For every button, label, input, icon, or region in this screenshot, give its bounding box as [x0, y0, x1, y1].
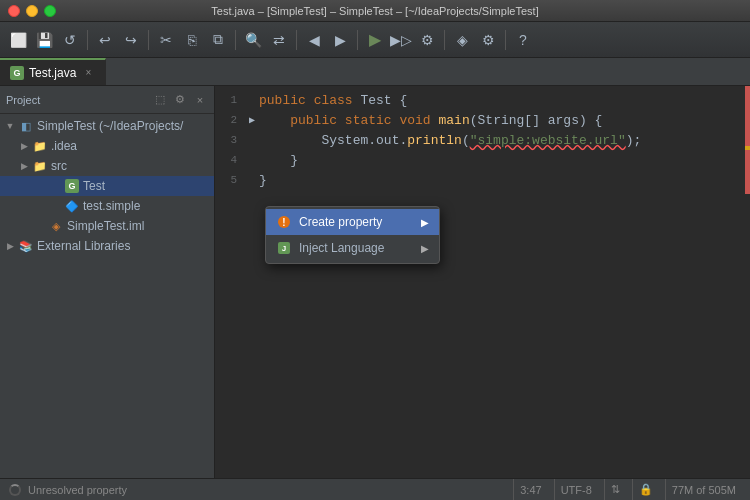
inject-language-label: Inject Language: [299, 241, 414, 255]
tree-arrow-simpletest: ▼: [2, 121, 18, 131]
svg-text:!: !: [282, 217, 285, 228]
context-menu: ! Create property ▶ J Inject Language ▶: [265, 206, 440, 264]
warning-mark: [745, 146, 750, 150]
run-gutter-icon[interactable]: ▶: [249, 115, 255, 126]
sidebar-tree: ▼ ◧ SimpleTest (~/IdeaProjects/ ▶ 📁 .ide…: [0, 114, 214, 478]
java-icon-test: G: [64, 178, 80, 194]
line-code-3: System.out.println("simple:website.url")…: [259, 133, 641, 148]
line-number-2: 2: [215, 114, 245, 126]
sidebar-settings-button[interactable]: ⚙: [172, 92, 188, 108]
git-icon[interactable]: 🔒: [632, 479, 659, 500]
maximize-button[interactable]: [44, 5, 56, 17]
toolbar-separator-3: [235, 30, 236, 50]
memory-indicator[interactable]: 77M of 505M: [665, 479, 742, 500]
tree-item-test[interactable]: G Test: [0, 176, 214, 196]
save-button[interactable]: 💾: [32, 28, 56, 52]
toolbar-separator-5: [357, 30, 358, 50]
main-layout: Project ⬚ ⚙ × ▼ ◧ SimpleTest (~/IdeaProj…: [0, 86, 750, 478]
module-icon: ◧: [18, 118, 34, 134]
undo-button[interactable]: ↩: [93, 28, 117, 52]
line-code-4: }: [259, 153, 298, 168]
back-button[interactable]: ◀: [302, 28, 326, 52]
svg-text:J: J: [282, 244, 286, 253]
line-code-1: public class Test {: [259, 93, 407, 108]
tree-item-simpletest[interactable]: ▼ ◧ SimpleTest (~/IdeaProjects/: [0, 116, 214, 136]
line-number-1: 1: [215, 94, 245, 106]
find-button[interactable]: 🔍: [241, 28, 265, 52]
line-code-5: }: [259, 173, 267, 188]
editor[interactable]: 1 public class Test { 2 ▶ public static …: [215, 86, 750, 478]
sidebar: Project ⬚ ⚙ × ▼ ◧ SimpleTest (~/IdeaProj…: [0, 86, 215, 478]
line-gutter-2: ▶: [245, 114, 259, 126]
tree-label-extlibs: External Libraries: [37, 239, 130, 253]
line-number-3: 3: [215, 134, 245, 146]
status-bar: Unresolved property 3:47 UTF-8 ⇅ 🔒 77M o…: [0, 478, 750, 500]
line-number-5: 5: [215, 174, 245, 186]
close-button[interactable]: [8, 5, 20, 17]
toolbar-separator-4: [296, 30, 297, 50]
folder-icon-src: 📁: [32, 158, 48, 174]
traffic-lights: [8, 5, 56, 17]
tree-label-src: src: [51, 159, 67, 173]
create-property-arrow: ▶: [421, 217, 429, 228]
tree-label-simpletest: SimpleTest (~/IdeaProjects/: [37, 119, 183, 133]
line-number-4: 4: [215, 154, 245, 166]
replace-button[interactable]: ⇄: [267, 28, 291, 52]
tab-bar: G Test.java ×: [0, 58, 750, 86]
tree-item-testsimple[interactable]: 🔷 test.simple: [0, 196, 214, 216]
sidebar-title: Project: [6, 94, 148, 106]
toolbar-separator-1: [87, 30, 88, 50]
toolbar-separator-7: [505, 30, 506, 50]
tree-label-iml: SimpleTest.iml: [67, 219, 144, 233]
settings-button[interactable]: ⚙: [415, 28, 439, 52]
run-button[interactable]: ▶: [363, 28, 387, 52]
tab-test-java[interactable]: G Test.java ×: [0, 58, 106, 85]
sdk-button[interactable]: ◈: [450, 28, 474, 52]
coverage-button[interactable]: ▶▷: [389, 28, 413, 52]
java-tab-icon: G: [10, 66, 24, 80]
tree-label-idea: .idea: [51, 139, 77, 153]
tab-label: Test.java: [29, 66, 76, 80]
tree-arrow-extlibs: ▶: [2, 241, 18, 251]
inject-language-arrow: ▶: [421, 243, 429, 254]
project-view-button[interactable]: ⬜: [6, 28, 30, 52]
tree-item-extlibs[interactable]: ▶ 📚 External Libraries: [0, 236, 214, 256]
paste-button[interactable]: ⧉: [206, 28, 230, 52]
tree-item-idea[interactable]: ▶ 📁 .idea: [0, 136, 214, 156]
cursor-position[interactable]: 3:47: [513, 479, 547, 500]
help-button[interactable]: ?: [511, 28, 535, 52]
redo-button[interactable]: ↪: [119, 28, 143, 52]
window-title: Test.java – [SimpleTest] – SimpleTest – …: [211, 5, 538, 17]
sidebar-expand-button[interactable]: ⬚: [152, 92, 168, 108]
minimize-button[interactable]: [26, 5, 38, 17]
error-mark: [745, 86, 750, 194]
tree-arrow-idea: ▶: [16, 141, 32, 151]
line-code-2: public static void main(String[] args) {: [259, 113, 602, 128]
tree-item-src[interactable]: ▶ 📁 src: [0, 156, 214, 176]
menu-item-create-property[interactable]: ! Create property ▶: [266, 209, 439, 235]
menu-item-inject-language[interactable]: J Inject Language ▶: [266, 235, 439, 261]
simple-icon: 🔷: [64, 198, 80, 214]
toolbar-separator-6: [444, 30, 445, 50]
code-line-1: 1 public class Test {: [215, 90, 750, 110]
sync-button[interactable]: ↺: [58, 28, 82, 52]
cut-button[interactable]: ✂: [154, 28, 178, 52]
toolbar-separator-2: [148, 30, 149, 50]
inject-language-icon: J: [276, 240, 292, 256]
code-line-2: 2 ▶ public static void main(String[] arg…: [215, 110, 750, 130]
tab-close-button[interactable]: ×: [81, 66, 95, 80]
tree-label-testsimple: test.simple: [83, 199, 140, 213]
copy-button[interactable]: ⎘: [180, 28, 204, 52]
line-separator-icon[interactable]: ⇅: [604, 479, 626, 500]
toolbar: ⬜ 💾 ↺ ↩ ↪ ✂ ⎘ ⧉ 🔍 ⇄ ◀ ▶ ▶ ▶▷ ⚙ ◈ ⚙ ?: [0, 22, 750, 58]
file-encoding[interactable]: UTF-8: [554, 479, 598, 500]
create-property-label: Create property: [299, 215, 414, 229]
sidebar-close-button[interactable]: ×: [192, 92, 208, 108]
sidebar-header: Project ⬚ ⚙ ×: [0, 86, 214, 114]
forward-button[interactable]: ▶: [328, 28, 352, 52]
tree-item-iml[interactable]: ◈ SimpleTest.iml: [0, 216, 214, 236]
artifacts-button[interactable]: ⚙: [476, 28, 500, 52]
create-property-icon: !: [276, 214, 292, 230]
tree-label-test: Test: [83, 179, 105, 193]
progress-spinner: [8, 483, 22, 497]
